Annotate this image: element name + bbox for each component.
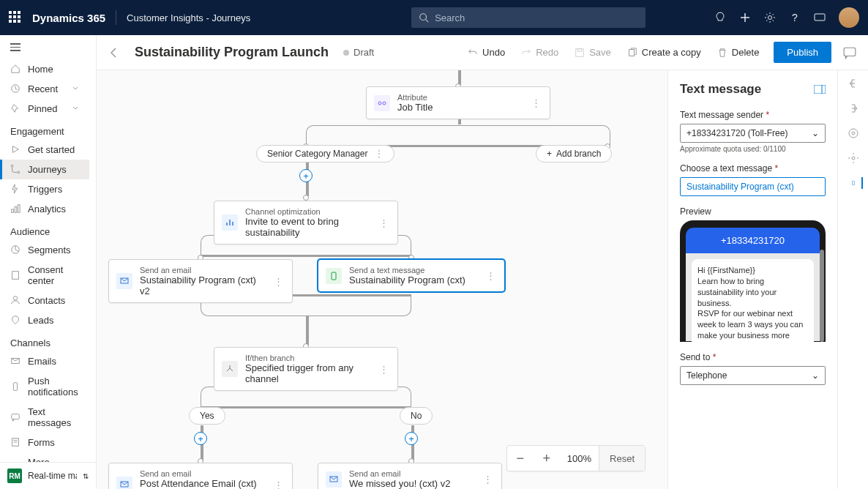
app-launcher-icon[interactable] <box>9 11 22 24</box>
node-attribute[interactable]: AttributeJob Title ⋮ <box>366 86 550 119</box>
svg-rect-17 <box>13 382 17 390</box>
add-node-button[interactable]: + <box>299 169 313 182</box>
nav-triggers[interactable]: Triggers <box>0 179 89 199</box>
message-select[interactable] <box>680 177 826 196</box>
search-input[interactable] <box>435 12 638 23</box>
branch-label[interactable]: Senior Category Manager ⋮ <box>256 145 394 163</box>
nav-journeys[interactable]: Journeys <box>0 160 89 179</box>
node-email-3[interactable]: Send an emailWe missed you! (cxt) v2 ⋮ <box>318 463 502 489</box>
node-menu-icon[interactable]: ⋮ <box>272 276 285 287</box>
node-menu-icon[interactable]: ⋮ <box>378 364 390 375</box>
node-sms[interactable]: Send a text messageSustainability Progra… <box>318 259 505 292</box>
node-menu-icon[interactable]: ⋮ <box>272 479 285 490</box>
svg-rect-12 <box>18 205 20 213</box>
sender-select[interactable]: +18334231720 (Toll-Free)⌄ <box>680 124 826 143</box>
delete-button[interactable]: Delete <box>710 42 767 62</box>
node-email-2[interactable]: Send an emailPost Attendance Email (cxt)… <box>108 463 293 489</box>
node-menu-icon[interactable]: ⋮ <box>484 270 497 281</box>
attribute-icon <box>374 95 390 111</box>
sidebar: Home Recent Pinned Engagement Get starte… <box>0 35 97 489</box>
command-bar: Sustainability Program Launch Draft Undo… <box>97 35 868 70</box>
nav-recent[interactable]: Recent <box>0 79 89 99</box>
nav-home[interactable]: Home <box>0 59 89 79</box>
nav-more-channels[interactable]: More channels <box>0 452 89 463</box>
exit-icon[interactable] <box>848 102 859 114</box>
page-title: Sustainability Program Launch <box>135 45 329 60</box>
message-icon[interactable] <box>814 12 826 23</box>
svg-rect-37 <box>814 85 826 94</box>
section-channels: Channels <box>0 330 89 351</box>
search-icon <box>419 12 429 23</box>
svg-rect-28 <box>578 48 582 51</box>
svg-point-15 <box>13 296 17 300</box>
zoom-reset-button[interactable]: Reset <box>599 446 645 471</box>
nav-contacts[interactable]: Contacts <box>0 291 89 310</box>
mobile-icon[interactable] <box>851 177 863 189</box>
nav-label: Pinned <box>28 103 57 114</box>
nav-textmsg[interactable]: Text messages <box>0 402 89 433</box>
nav-label: Get started <box>28 144 75 155</box>
gear-icon[interactable] <box>764 12 776 23</box>
chevron-updown-icon: ⇅ <box>83 472 89 480</box>
right-rail <box>837 70 868 489</box>
quota-hint: Approximate quota used: 0/1100 <box>680 145 826 153</box>
node-menu-icon[interactable]: ⋮ <box>530 97 542 108</box>
status-badge: Draft <box>343 47 374 58</box>
settings-icon[interactable] <box>848 152 859 164</box>
back-icon[interactable] <box>108 47 120 59</box>
node-menu-icon[interactable]: ⋮ <box>482 474 494 485</box>
node-menu-icon[interactable]: ⋮ <box>378 217 390 228</box>
nav-label: Home <box>28 64 53 75</box>
chat-icon[interactable] <box>843 46 856 59</box>
app-name: Customer Insights - Journeys <box>127 12 250 23</box>
copy-button[interactable]: Create a copy <box>620 42 708 62</box>
nav-analytics[interactable]: Analytics <box>0 199 89 219</box>
svg-point-41 <box>852 157 855 160</box>
add-branch-button[interactable]: +Add branch <box>536 145 612 163</box>
nav-consent[interactable]: Consent center <box>0 260 89 291</box>
zoom-out-button[interactable]: − <box>507 446 534 471</box>
scrollbar[interactable] <box>820 250 824 342</box>
node-ifthen[interactable]: If/then branchSpecified trigger from any… <box>214 347 398 391</box>
redo-button[interactable]: Redo <box>514 42 566 62</box>
chevron-down-icon: ⌄ <box>812 128 819 138</box>
no-label[interactable]: No <box>400 407 433 425</box>
zoom-in-button[interactable]: + <box>534 446 560 471</box>
choose-label: Choose a text message <box>680 163 826 173</box>
node-channel-opt[interactable]: Channel optimizationInvite to event to b… <box>214 201 398 244</box>
svg-rect-6 <box>815 14 825 20</box>
user-avatar[interactable] <box>839 7 859 28</box>
sendto-select[interactable]: Telephone⌄ <box>680 366 826 385</box>
area-switcher[interactable]: RM Real-time marketi... ⇅ <box>0 462 96 489</box>
node-email-1[interactable]: Send an emailSustainability Program (cxt… <box>108 259 293 303</box>
svg-point-39 <box>849 129 858 138</box>
add-node-button[interactable]: + <box>405 432 418 445</box>
enter-icon[interactable] <box>848 78 859 89</box>
help-icon[interactable]: ? <box>789 12 801 23</box>
nav-leads[interactable]: Leads <box>0 310 89 330</box>
undo-button[interactable]: Undo <box>460 42 512 62</box>
plus-icon[interactable] <box>739 12 751 23</box>
chevron-down-icon: ⌄ <box>812 370 819 381</box>
svg-point-0 <box>420 14 427 20</box>
save-button[interactable]: Save <box>567 42 618 62</box>
yes-label[interactable]: Yes <box>189 407 225 425</box>
target-icon[interactable] <box>848 127 859 139</box>
nav-pinned[interactable]: Pinned <box>0 99 89 119</box>
nav-segments[interactable]: Segments <box>0 240 89 260</box>
add-node-button[interactable]: + <box>194 432 207 445</box>
nav-emails[interactable]: Emails <box>0 351 89 371</box>
nav-push[interactable]: Push notifications <box>0 371 89 402</box>
svg-point-32 <box>383 102 386 105</box>
journey-canvas[interactable]: AttributeJob Title ⋮ Senior Category Man… <box>97 70 667 489</box>
svg-point-4 <box>768 16 772 20</box>
nav-forms[interactable]: Forms <box>0 433 89 452</box>
area-badge: RM <box>7 469 22 483</box>
nav-label: Triggers <box>28 184 62 195</box>
lightbulb-icon[interactable] <box>714 12 726 23</box>
expand-icon[interactable] <box>814 85 826 94</box>
nav-get-started[interactable]: Get started <box>0 140 89 160</box>
sidebar-toggle[interactable] <box>0 35 89 59</box>
global-search[interactable] <box>411 7 646 28</box>
publish-button[interactable]: Publish <box>774 42 831 63</box>
